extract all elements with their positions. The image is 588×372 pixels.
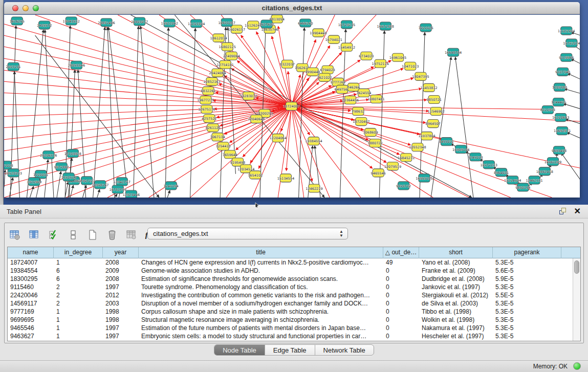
- graph-node-label: 15937804: [418, 134, 435, 138]
- red-edge[interactable]: [224, 76, 292, 106]
- table-row[interactable]: 1872400712008Changes of HCN gene express…: [8, 258, 580, 267]
- tab-node-table[interactable]: Node Table: [214, 345, 265, 355]
- table-scrollbar[interactable]: [573, 258, 580, 341]
- graph-node-label: 8322037: [280, 62, 295, 67]
- table-row[interactable]: 1830029562008Estimation of significance …: [8, 275, 580, 283]
- table-tabs: Node TableEdge TableNetwork Table: [0, 344, 588, 356]
- black-edge[interactable]: [130, 15, 472, 198]
- table-row[interactable]: 977716911998Corpus callosum shape and si…: [8, 308, 580, 316]
- table-cell: 5.9E-5: [493, 275, 561, 283]
- table-cell: 0: [383, 332, 419, 340]
- graph-node-label: 20364456: [342, 98, 359, 102]
- red-edge[interactable]: [291, 106, 469, 198]
- graph-node-label: 16794021: [325, 38, 342, 42]
- column-header-year[interactable]: year: [103, 247, 139, 258]
- table-row[interactable]: 1938455462009Genome-wide association stu…: [8, 267, 580, 275]
- column-header-short[interactable]: short: [419, 247, 493, 258]
- graph-node-label: 12462219: [306, 187, 322, 191]
- table-cell: 19384554: [8, 267, 54, 275]
- graph-node-label: 16961045: [389, 56, 406, 60]
- graph-node-label: 9227343: [555, 70, 570, 74]
- black-edge[interactable]: [93, 27, 105, 198]
- black-edge[interactable]: [35, 35, 159, 198]
- black-edge[interactable]: [340, 29, 345, 198]
- tab-edge-table[interactable]: Edge Table: [265, 345, 315, 355]
- black-edge[interactable]: [568, 73, 580, 80]
- delete-column-icon[interactable]: [105, 228, 119, 242]
- table-cell: Investigating the contribution of common…: [139, 291, 383, 299]
- black-edge[interactable]: [220, 27, 226, 198]
- table-cell: Disruption of a novel member of a sodium…: [139, 299, 383, 308]
- combobox-spinner-icon[interactable]: ▲▼: [339, 230, 343, 238]
- new-column-icon[interactable]: [85, 228, 100, 242]
- black-edge[interactable]: [141, 26, 154, 198]
- black-edge[interactable]: [14, 71, 19, 198]
- network-window-titlebar[interactable]: citations_edges.txt: [4, 2, 580, 14]
- red-edge[interactable]: [291, 106, 399, 155]
- column-header-name[interactable]: name: [8, 247, 54, 258]
- black-edge[interactable]: [571, 59, 580, 65]
- black-edge[interactable]: [563, 103, 580, 110]
- table-cell: 5.3E-5: [493, 324, 561, 332]
- graph-node-label: 19384554: [305, 139, 322, 143]
- column-header-title[interactable]: title: [139, 247, 383, 258]
- black-edge[interactable]: [97, 189, 100, 198]
- table-cell: 1: [54, 332, 103, 340]
- graph-node-label: 12754181: [217, 63, 234, 67]
- table-cell: 9463627: [8, 332, 54, 340]
- float-panel-icon[interactable]: [559, 207, 567, 215]
- graph-node-label: 14561209: [545, 160, 561, 164]
- black-edge[interactable]: [70, 185, 73, 198]
- graph-node-label: 16845231: [398, 156, 415, 160]
- table-mode-icon[interactable]: [8, 228, 22, 242]
- table-cell: 1: [54, 258, 103, 267]
- black-edge[interactable]: [561, 153, 580, 184]
- graph-node-label: 17359928: [64, 152, 81, 156]
- black-edge[interactable]: [115, 194, 117, 198]
- black-edge[interactable]: [65, 26, 70, 198]
- table-row[interactable]: 946554611997Estimation of the future num…: [8, 324, 580, 332]
- graph-node-label: 2053131: [6, 65, 21, 69]
- table-body: 1872400712008Changes of HCN gene express…: [8, 258, 580, 340]
- table-row[interactable]: 969969511998Structural magnetic resonanc…: [8, 316, 580, 324]
- column-header-pagerank[interactable]: pagerank: [493, 247, 561, 258]
- table-source-combobox[interactable]: citations_edges.txt ▲▼: [147, 228, 348, 239]
- node-table: namein_degreeyeartitle△ out_de…shortpage…: [7, 247, 581, 341]
- red-edge[interactable]: [278, 106, 291, 198]
- row-height-icon[interactable]: [66, 228, 80, 242]
- graph-node-label: 10719135: [338, 23, 355, 27]
- delete-table-icon[interactable]: [124, 228, 139, 242]
- table-cell: 0: [383, 291, 419, 299]
- table-cell: Tibbo et al. (1998): [419, 308, 493, 316]
- table-row[interactable]: 1456911722003Disruption of a novel membe…: [8, 299, 580, 308]
- network-window[interactable]: citations_edges.txt 18724007832203715626…: [4, 2, 580, 198]
- table-scrollbar-thumb[interactable]: [574, 260, 579, 274]
- column-visibility-icon[interactable]: [27, 228, 41, 242]
- red-edge[interactable]: [291, 100, 427, 106]
- graph-node-label: 15214504: [504, 179, 521, 183]
- graph-node-label: 9465546: [371, 171, 386, 176]
- black-edge[interactable]: [455, 57, 473, 198]
- graph-node-label: 12852163: [203, 80, 220, 84]
- graph-node-label: 746266: [347, 85, 360, 90]
- black-edge[interactable]: [30, 186, 33, 198]
- column-header-out_de[interactable]: △ out_de…: [383, 247, 419, 258]
- column-header-in_degree[interactable]: in_degree: [54, 247, 103, 258]
- graph-node-label: 12204064: [270, 136, 287, 140]
- graph-node-label: 12462331: [526, 179, 542, 183]
- network-canvas[interactable]: 1872400783220371562615199044867940231621…: [4, 15, 580, 198]
- table-row[interactable]: 911546021997Tourette syndrome. Phenomeno…: [8, 283, 580, 291]
- graph-node-label: 1880722: [367, 142, 382, 146]
- close-panel-icon[interactable]: ✕: [574, 207, 581, 215]
- black-edge[interactable]: [420, 32, 425, 198]
- table-row[interactable]: 946362711997Embryonic stem cells: a mode…: [8, 332, 580, 340]
- black-edge[interactable]: [167, 190, 170, 198]
- table-row[interactable]: 2242004622012Investigating the contribut…: [8, 291, 580, 299]
- citation-network-graph[interactable]: 1872400783220371562615199044867940231621…: [4, 15, 580, 198]
- black-edge[interactable]: [567, 133, 580, 140]
- graph-node-label: 16671388: [377, 25, 394, 29]
- black-edge[interactable]: [57, 171, 61, 198]
- red-edge[interactable]: [291, 15, 335, 106]
- tab-network-table[interactable]: Network Table: [315, 345, 374, 355]
- selection-mode-icon[interactable]: [47, 228, 61, 242]
